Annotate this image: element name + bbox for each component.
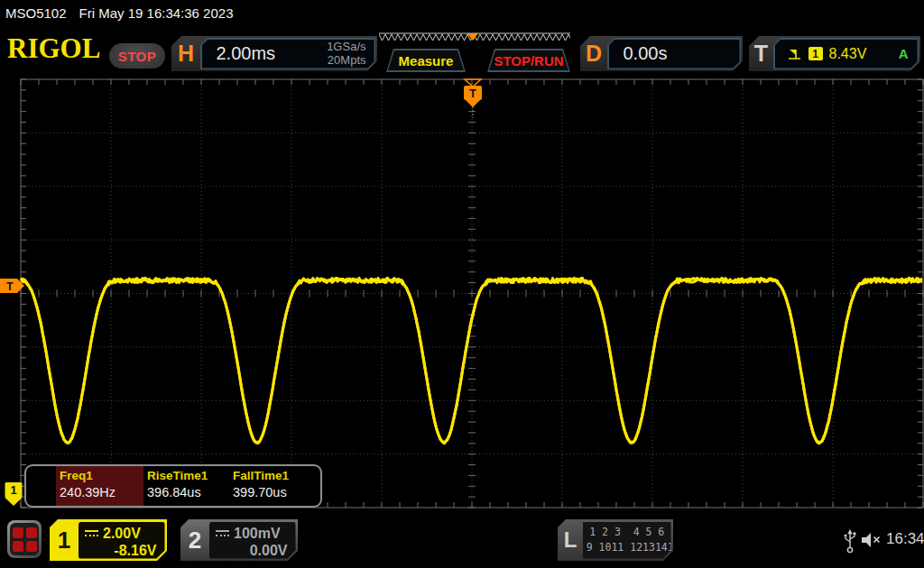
oscilloscope-screen: MSO5102 Fri May 19 16:34:36 2023 RIGOL S… [0, 0, 924, 568]
trigger-mode: A [899, 46, 918, 61]
logic-label: L [558, 519, 583, 561]
channel1-position-marker[interactable]: 1 [5, 482, 23, 506]
trigger-settings-box[interactable]: T 1 8.43V A [749, 36, 920, 71]
svg-text:T: T [469, 87, 476, 100]
channel2-scale: 100mV [234, 526, 281, 542]
rigol-logo: RIGOL [7, 32, 100, 66]
falling-edge-trigger-icon [788, 47, 802, 61]
measurement-falltime1[interactable]: FallTime1 399.70us [229, 466, 315, 506]
delay-label: D [580, 36, 607, 71]
datetime-text: Fri May 19 16:34:36 2023 [79, 5, 234, 21]
dc-coupling-icon [216, 530, 229, 536]
model-name: MSO5102 [5, 5, 67, 21]
usb-icon [843, 528, 857, 554]
measurement-freq1[interactable]: Freq1 240.39Hz [56, 466, 143, 506]
waveform-overview-strip[interactable] [379, 32, 570, 47]
dc-coupling-icon [85, 530, 98, 536]
channel2-offset: 0.00V [209, 542, 296, 559]
run-state-badge: STOP [109, 43, 165, 69]
timebase-value: 2.00ms [202, 43, 328, 64]
sample-rate: 1GSa/s [327, 41, 365, 54]
delay-value: 0.00s [609, 43, 668, 64]
logic-row2: 8 9 1011 12131415 [574, 540, 680, 555]
delay-settings-box[interactable]: D 0.00s [580, 36, 743, 71]
horizontal-label: H [171, 36, 200, 71]
measurement-risetime1[interactable]: RiseTime1 396.84us [143, 466, 229, 506]
logic-row1: 0 1 2 3 4 5 6 7 [577, 525, 677, 540]
trigger-source-badge: 1 [808, 47, 823, 60]
clock-text: 16:34 [886, 530, 924, 548]
trigger-position-marker[interactable]: T [464, 79, 482, 118]
bottom-bar: 1 2.00V -8.16V 2 100mV 0.00V L 0 1 2 3 4… [0, 511, 924, 568]
measurement-panel: Freq1 240.39Hz RiseTime1 396.84us FallTi… [24, 464, 322, 508]
grid-menu-icon[interactable] [7, 520, 42, 558]
channel2-number: 2 [180, 519, 209, 561]
measure-button[interactable]: Measure [386, 49, 466, 72]
channel1-widget[interactable]: 1 2.00V -8.16V [50, 519, 167, 561]
trigger-level-value: 8.43V [829, 46, 867, 62]
trigger-label: T [749, 36, 773, 71]
title-bar: MSO5102 Fri May 19 16:34:36 2023 [0, 0, 924, 25]
speaker-muted-icon [861, 531, 884, 549]
channel1-offset: -8.16V [79, 542, 165, 559]
logic-channels-widget[interactable]: L 0 1 2 3 4 5 6 7 8 9 1011 12131415 [558, 519, 673, 561]
channel2-widget[interactable]: 2 100mV 0.00V [180, 519, 298, 561]
header-bar: RIGOL STOP H 2.00ms 1GSa/s 20Mpts Measur… [0, 25, 924, 77]
svg-text:T: T [6, 280, 14, 293]
stop-run-button[interactable]: STOP/RUN [487, 49, 570, 72]
channel1-number: 1 [50, 519, 79, 561]
channel1-scale: 2.00V [103, 526, 141, 542]
svg-text:1: 1 [10, 483, 16, 497]
waveform-display: TT1 [0, 77, 924, 511]
memory-depth: 20Mpts [328, 54, 366, 68]
horizontal-settings-box[interactable]: H 2.00ms 1GSa/s 20Mpts [171, 36, 377, 71]
